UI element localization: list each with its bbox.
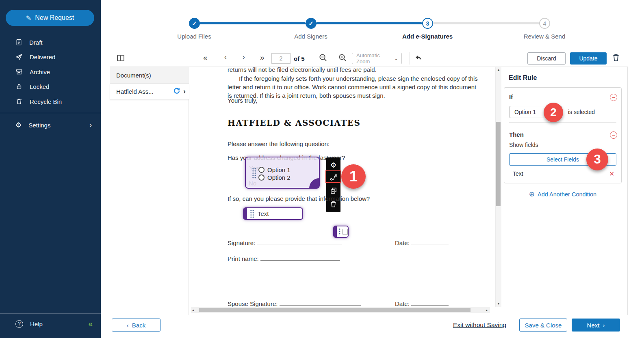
chevron-right-icon: ›	[89, 121, 92, 129]
radio-option-label: Option 1	[267, 166, 291, 173]
collapse-sidebar-icon[interactable]: «	[88, 319, 92, 328]
sidebar-item-label: Locked	[30, 83, 49, 90]
radio-button-icon[interactable]	[258, 174, 265, 181]
chevron-right-icon[interactable]: ›	[183, 87, 186, 96]
radio-option-1[interactable]: Option 1	[258, 166, 291, 173]
document-list-header: Document(s)	[110, 67, 189, 84]
sidebar-item-delivered[interactable]: Delivered	[0, 50, 101, 63]
new-request-button[interactable]: ✎ New Request	[6, 10, 94, 26]
sidebar-item-label: Archive	[30, 69, 50, 75]
vertical-scrollbar-thumb[interactable]	[496, 122, 501, 206]
exit-without-saving-link[interactable]: Exit without Saving	[453, 321, 506, 329]
page-number-input[interactable]	[271, 53, 291, 64]
last-page-button[interactable]: »	[260, 53, 265, 62]
scroll-left-icon[interactable]: ◂	[192, 308, 194, 312]
annotation-badge-1: 1	[341, 164, 366, 189]
drag-handle-icon[interactable]	[338, 228, 341, 235]
first-page-button[interactable]: «	[203, 53, 208, 62]
spouse-signature-label: Spouse Signature:	[228, 300, 278, 307]
if-condition-text: is selected	[568, 109, 595, 115]
next-button[interactable]: Next ›	[572, 319, 620, 332]
doc-question-intro: Please answer the following question:	[228, 140, 330, 147]
document-list-panel	[110, 67, 189, 315]
sidebar-item-help[interactable]: ? Help «	[0, 317, 101, 330]
step-circle-review-send: 4	[539, 18, 550, 29]
sidebar: ✎ New Request Draft Delivered Archive Lo…	[0, 0, 101, 338]
lock-icon	[15, 83, 23, 90]
print-name-line	[260, 256, 340, 261]
checkbox-icon[interactable]	[343, 229, 348, 235]
doc-spouse-date-row: Date:	[395, 300, 449, 307]
scroll-up-icon[interactable]: ▲	[497, 68, 500, 72]
sidebar-divider	[0, 113, 101, 113]
drag-handle-icon[interactable]	[250, 209, 254, 218]
toggle-sidebar-icon[interactable]	[117, 55, 125, 62]
delete-document-icon[interactable]	[612, 53, 620, 62]
sidebar-item-recycle-bin[interactable]: Recycle Bin	[0, 95, 101, 108]
remove-then-action-icon[interactable]: −	[610, 131, 617, 139]
discard-button[interactable]: Discard	[527, 52, 566, 65]
annotation-badge-3: 3	[586, 149, 608, 170]
remove-if-condition-icon[interactable]: −	[610, 94, 617, 101]
sidebar-item-locked[interactable]: Locked	[0, 80, 101, 93]
save-and-close-button[interactable]: Save & Close	[519, 319, 567, 332]
toolbar-divider	[410, 52, 410, 65]
zoom-level-value: Automatic Zoom	[356, 52, 394, 65]
doc-date-row: Date:	[395, 239, 449, 246]
scroll-down-icon[interactable]: ▼	[497, 302, 500, 306]
plus-circle-icon: ⊕	[529, 190, 535, 198]
sidebar-item-label: Settings	[28, 122, 50, 129]
new-request-label: New Request	[35, 14, 74, 22]
radio-group-field[interactable]: Option 1 Option 2	[245, 157, 320, 189]
step-circle-upload-files: ✓	[189, 18, 200, 29]
document-list-item[interactable]: Hatfield Ass... ›	[110, 84, 189, 99]
rule-divider	[509, 123, 616, 123]
update-button[interactable]: Update	[570, 52, 607, 65]
field-settings-icon[interactable]: ⚙	[326, 159, 340, 171]
back-button[interactable]: ‹ Back	[112, 319, 160, 332]
zoom-out-icon[interactable]	[319, 54, 327, 62]
doc-paragraph: If the foregoing fairly sets forth your …	[228, 74, 480, 100]
radio-option-label: Option 2	[267, 174, 291, 181]
drag-handle-icon[interactable]	[252, 168, 256, 179]
add-another-condition-link[interactable]: ⊕ Add Another Condition	[504, 190, 622, 198]
remove-field-icon[interactable]: ✕	[609, 170, 614, 178]
doc-print-name-row: Print name:	[228, 255, 340, 262]
sidebar-item-archive[interactable]: Archive	[0, 65, 101, 78]
back-label: Back	[132, 322, 145, 329]
previous-page-button[interactable]: ‹	[224, 53, 227, 61]
gear-icon: ⚙	[15, 121, 22, 129]
zoom-in-icon[interactable]	[338, 54, 347, 62]
text-form-field[interactable]: Text	[243, 207, 303, 220]
draft-icon	[15, 39, 22, 46]
step-circle-add-esignatures: 3	[422, 18, 433, 29]
stepper-connector-1	[199, 22, 306, 24]
sidebar-item-draft[interactable]: Draft	[0, 36, 101, 49]
doc-line-fees: returns will not be filed electronically…	[228, 66, 377, 73]
next-page-button[interactable]: ›	[243, 53, 245, 61]
step-label-upload-files: Upload Files	[158, 33, 231, 40]
field-edge-bar	[243, 208, 247, 220]
sidebar-item-label: Delivered	[30, 54, 55, 60]
zoom-level-select[interactable]: Automatic Zoom ⌄	[352, 53, 402, 64]
if-label: If	[509, 93, 513, 100]
step-label-add-esignatures: Add e-Signatures	[391, 33, 464, 40]
refresh-icon[interactable]	[173, 87, 181, 95]
signature-line	[257, 240, 342, 245]
pencil-icon: ✎	[26, 14, 31, 22]
stepper-connector-3	[433, 22, 539, 24]
date-line	[411, 240, 449, 245]
radio-button-icon[interactable]	[258, 167, 265, 173]
paper-plane-icon	[15, 53, 23, 60]
resize-corner-handle[interactable]	[309, 178, 319, 188]
checkbox-form-field[interactable]	[333, 226, 349, 238]
stepper-connector-2	[316, 22, 422, 24]
undo-icon[interactable]	[414, 54, 422, 61]
horizontal-scrollbar-thumb[interactable]	[199, 308, 471, 312]
date-label: Date:	[395, 239, 410, 246]
radio-option-2[interactable]: Option 2	[258, 174, 291, 181]
step-number: 4	[543, 20, 546, 27]
scroll-right-icon[interactable]: ▸	[486, 308, 488, 312]
document-name: Hatfield Ass...	[116, 88, 173, 95]
sidebar-item-settings[interactable]: ⚙ Settings ›	[0, 118, 101, 131]
